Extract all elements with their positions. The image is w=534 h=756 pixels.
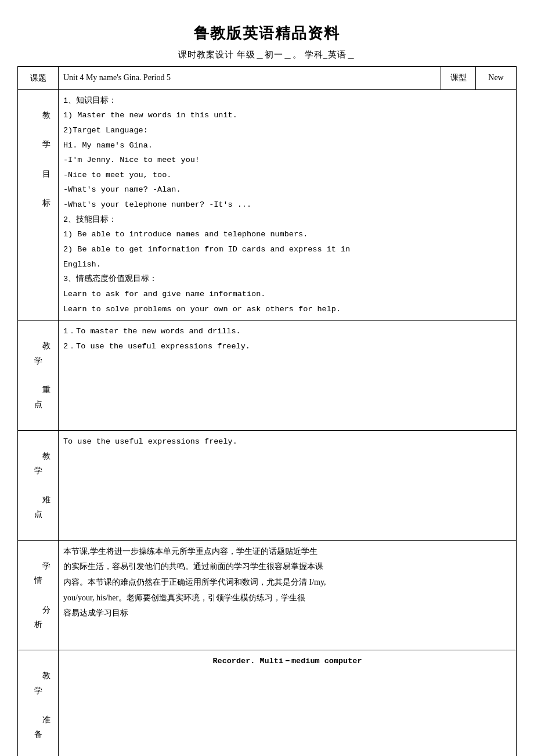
difficulty-label-cell: 教 学 难 点 <box>18 430 59 540</box>
objectives-label-cell: 教 学 目 标 <box>18 89 59 321</box>
obj-line-15: Learn to solve problems on your own or a… <box>63 302 511 317</box>
type-value-cell: New <box>476 67 517 90</box>
obj-line-11: 2) Be able to get information from ID ca… <box>63 242 511 257</box>
analysis-row: 学 情 分 析 本节课,学生将进一步操练本单元所学重点内容，学生证的话题贴近学生… <box>18 540 517 650</box>
key-points-content-cell: 1．To master the new words and drills. 2．… <box>59 321 517 430</box>
obj-line-6: -Nice to meet you, too. <box>63 168 511 183</box>
obj-line-12: English. <box>63 257 511 272</box>
obj-line-3: 2)Target Language: <box>63 123 511 138</box>
preparation-text: Recorder. Multi－medium computer <box>212 657 362 665</box>
obj-line-4: Hi. My name's Gina. <box>63 138 511 153</box>
anal-line-5: 容易达成学习目标 <box>63 606 511 621</box>
type-label-cell: 课型 <box>441 67 476 90</box>
obj-line-1: 1、知识目标： <box>63 93 511 109</box>
difficulty-content-cell: To use the useful expressions freely. <box>59 430 517 540</box>
anal-line-3: 内容。本节课的难点仍然在于正确运用所学代词和数词，尤其是分清 I/my, <box>63 575 511 591</box>
subtitle-row: 课时教案设计 年级＿初一＿。 学科_英语＿ <box>17 49 517 60</box>
obj-line-9: 2、技能目标： <box>63 213 511 228</box>
key-points-label-cell: 教 学 重 点 <box>18 321 59 430</box>
course-label-cell: 课题 <box>18 67 59 90</box>
preparation-content-cell: Recorder. Multi－medium computer <box>59 650 517 756</box>
objectives-row: 教 学 目 标 1、知识目标： 1) Master the new words … <box>18 89 517 321</box>
analysis-label-cell: 学 情 分 析 <box>18 540 59 650</box>
header-row: 课题 Unit 4 My name's Gina. Period 5 课型 Ne… <box>18 67 517 90</box>
key-points-row: 教 学 重 点 1．To master the new words and dr… <box>18 321 517 430</box>
objectives-content-cell: 1、知识目标： 1) Master the new words in this … <box>59 89 517 321</box>
analysis-content-cell: 本节课,学生将进一步操练本单元所学重点内容，学生证的话题贴近学生 的实际生活，容… <box>59 540 517 650</box>
diff-line-1: To use the useful expressions freely. <box>63 434 511 449</box>
main-table: 课题 Unit 4 My name's Gina. Period 5 课型 Ne… <box>17 66 517 756</box>
obj-line-14: Learn to ask for and give name informati… <box>63 287 511 302</box>
course-value-cell: Unit 4 My name's Gina. Period 5 <box>59 67 441 90</box>
obj-line-7: -What's your name? -Alan. <box>63 182 511 197</box>
kp-line-2: 2．To use the useful expressions freely. <box>63 339 511 354</box>
page-container: 鲁教版英语精品资料 课时教案设计 年级＿初一＿。 学科_英语＿ 课题 Unit … <box>17 23 517 756</box>
page-title: 鲁教版英语精品资料 <box>17 23 517 44</box>
obj-line-8: -What's your telephone number? -It's ... <box>63 197 511 213</box>
difficulty-row: 教 学 难 点 To use the useful expressions fr… <box>18 430 517 540</box>
obj-line-10: 1) Be able to introduce names and teleph… <box>63 227 511 242</box>
preparation-label-cell: 教 学 准 备 <box>18 650 59 756</box>
anal-line-1: 本节课,学生将进一步操练本单元所学重点内容，学生证的话题贴近学生 <box>63 544 511 560</box>
anal-line-2: 的实际生活，容易引发他们的共鸣。通过前面的学习学生很容易掌握本课 <box>63 559 511 575</box>
anal-line-4: you/your, his/her。老师要创造真实环境，引领学生模仿练习，学生很 <box>63 591 511 606</box>
preparation-row: 教 学 准 备 Recorder. Multi－medium computer <box>18 650 517 756</box>
obj-line-5: -I'm Jenny. Nice to meet you! <box>63 153 511 168</box>
obj-line-2: 1) Master the new words in this unit. <box>63 108 511 123</box>
kp-line-1: 1．To master the new words and drills. <box>63 324 511 339</box>
obj-line-13: 3、情感态度价值观目标： <box>63 272 511 287</box>
